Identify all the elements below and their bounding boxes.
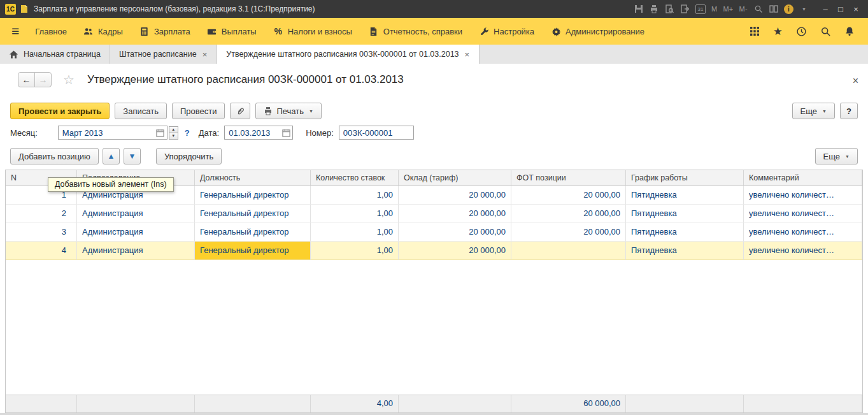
date-input[interactable]: 01.03.2013 <box>224 126 293 140</box>
calendar-picker-icon[interactable] <box>280 126 292 139</box>
cell-position-active[interactable]: Генеральный директор <box>195 242 311 260</box>
close-icon[interactable]: × <box>202 50 208 59</box>
stepper-down-button[interactable]: ▼ <box>169 133 178 140</box>
post-button[interactable]: Провести <box>172 103 225 119</box>
cell-salary[interactable]: 20 000,00 <box>399 242 511 260</box>
1c-logo-icon: 1С <box>5 4 16 15</box>
cell-quantity[interactable]: 1,00 <box>311 242 399 260</box>
maximize-button[interactable]: □ <box>834 4 848 14</box>
column-header-comment[interactable]: Комментарий <box>744 170 862 186</box>
month-input[interactable]: Март 2013 <box>58 126 167 140</box>
favorite-star-icon[interactable]: ☆ <box>63 72 75 87</box>
cell-quantity[interactable]: 1,00 <box>311 186 399 205</box>
order-button[interactable]: Упорядочить <box>156 148 222 164</box>
cell-position[interactable]: Генеральный директор <box>195 186 311 205</box>
forward-button[interactable]: → <box>34 72 52 87</box>
table-row[interactable]: 2 Администрация Генеральный директор 1,0… <box>6 205 862 223</box>
cell-comment[interactable]: увеличено количест… <box>744 242 862 260</box>
cell-quantity[interactable]: 1,00 <box>311 223 399 242</box>
cell-comment[interactable]: увеличено количест… <box>744 223 862 242</box>
cell-quantity[interactable]: 1,00 <box>311 205 399 223</box>
history-icon[interactable] <box>795 25 807 37</box>
calendar-picker-icon[interactable] <box>154 126 167 139</box>
minimize-button[interactable]: – <box>818 4 832 14</box>
cell-comment[interactable]: увеличено количест… <box>744 186 862 205</box>
number-input[interactable]: 00ЗК-000001 <box>339 126 414 140</box>
menu-item-taxes[interactable]: % Налоги и взносы <box>265 18 360 45</box>
close-icon[interactable]: × <box>464 50 471 59</box>
column-header-schedule[interactable]: График работы <box>626 170 744 186</box>
close-window-button[interactable]: × <box>849 4 863 14</box>
table-empty-area[interactable] <box>6 260 862 395</box>
cell-n[interactable]: 2 <box>6 205 77 223</box>
close-form-button[interactable]: × <box>853 75 858 87</box>
cell-fot[interactable]: 20 000,00 <box>511 223 626 242</box>
column-header-fot[interactable]: ФОТ позиции <box>511 170 626 186</box>
cell-department[interactable]: Администрация <box>77 223 195 242</box>
menu-item-staff[interactable]: Кадры <box>75 18 131 45</box>
calendar-icon[interactable]: 31 <box>695 4 706 14</box>
month-help-link[interactable]: ? <box>185 128 190 138</box>
cell-position[interactable]: Генеральный директор <box>195 223 311 242</box>
info-icon[interactable]: i <box>784 4 793 14</box>
cell-fot[interactable] <box>511 242 626 260</box>
post-and-close-button[interactable]: Провести и закрыть <box>10 103 110 119</box>
notifications-bell-icon[interactable] <box>844 25 855 37</box>
cell-department[interactable]: Администрация <box>77 205 195 223</box>
table-row[interactable]: 3 Администрация Генеральный директор 1,0… <box>6 223 862 242</box>
move-up-button[interactable]: ▲ <box>103 148 120 164</box>
print-preview-icon[interactable] <box>665 4 674 14</box>
save-icon[interactable] <box>634 4 644 14</box>
chevron-down-icon[interactable]: ▼ <box>799 4 809 14</box>
back-button[interactable]: ← <box>18 72 35 87</box>
move-down-button[interactable]: ▼ <box>124 148 141 164</box>
cell-schedule[interactable]: Пятидневка <box>626 186 744 205</box>
cell-salary[interactable]: 20 000,00 <box>399 223 511 242</box>
search-icon[interactable] <box>820 25 831 37</box>
print-icon[interactable] <box>650 4 659 14</box>
zoom-icon[interactable] <box>753 4 763 14</box>
menu-item-salary[interactable]: Зарплата <box>131 18 199 45</box>
attachments-button[interactable] <box>230 103 250 119</box>
cell-n[interactable]: 3 <box>6 223 77 242</box>
cell-fot[interactable]: 20 000,00 <box>511 186 626 205</box>
apps-grid-icon[interactable] <box>749 25 760 37</box>
split-panels-icon[interactable] <box>769 4 778 14</box>
positions-table: N Подразделение Должность Количество ста… <box>5 170 863 413</box>
menu-item-administration[interactable]: Администрирование <box>543 18 653 45</box>
column-header-salary[interactable]: Оклад (тариф) <box>399 170 511 186</box>
menu-item-settings[interactable]: Настройка <box>471 18 543 45</box>
write-button[interactable]: Записать <box>115 103 167 119</box>
cell-department[interactable]: Администрация <box>77 242 195 260</box>
cell-fot[interactable]: 20 000,00 <box>511 205 626 223</box>
memory-m-minus-button[interactable]: M- <box>739 5 748 13</box>
cell-n[interactable]: 4 <box>6 242 77 260</box>
menu-item-main[interactable]: Главное <box>27 18 75 45</box>
cell-schedule[interactable]: Пятидневка <box>626 205 744 223</box>
column-header-quantity[interactable]: Количество ставок <box>311 170 399 186</box>
tab-home[interactable]: Начальная страница <box>0 45 110 64</box>
menu-item-payments[interactable]: Выплаты <box>199 18 265 45</box>
cell-comment[interactable]: увеличено количест… <box>744 205 862 223</box>
add-position-button[interactable]: Добавить позицию <box>10 148 99 164</box>
cell-salary[interactable]: 20 000,00 <box>399 186 511 205</box>
hamburger-icon[interactable]: ≡ <box>4 24 27 39</box>
tab-staffing-schedule[interactable]: Штатное расписание × <box>110 45 217 64</box>
column-header-position[interactable]: Должность <box>195 170 311 186</box>
help-button[interactable]: ? <box>840 103 858 119</box>
table-row-selected[interactable]: 4 Администрация Генеральный директор 1,0… <box>6 242 862 260</box>
cell-salary[interactable]: 20 000,00 <box>399 205 511 223</box>
menu-item-label: Настройка <box>494 27 534 36</box>
tab-staffing-approval[interactable]: Утверждение штатного расписания 00ЗК-000… <box>217 45 480 64</box>
cell-schedule[interactable]: Пятидневка <box>626 242 744 260</box>
cell-position[interactable]: Генеральный директор <box>195 205 311 223</box>
memory-m-button[interactable]: M <box>711 5 717 13</box>
export-icon[interactable] <box>680 4 690 14</box>
memory-m-plus-button[interactable]: M+ <box>723 5 733 13</box>
cell-schedule[interactable]: Пятидневка <box>626 223 744 242</box>
print-button[interactable]: Печать ▼ <box>255 103 322 119</box>
menu-item-reports[interactable]: Отчетность, справки <box>360 18 471 45</box>
table-more-button[interactable]: Еще ▼ <box>815 148 858 164</box>
more-button[interactable]: Еще ▼ <box>792 103 835 119</box>
favorites-star-icon[interactable]: ★ <box>773 25 783 38</box>
